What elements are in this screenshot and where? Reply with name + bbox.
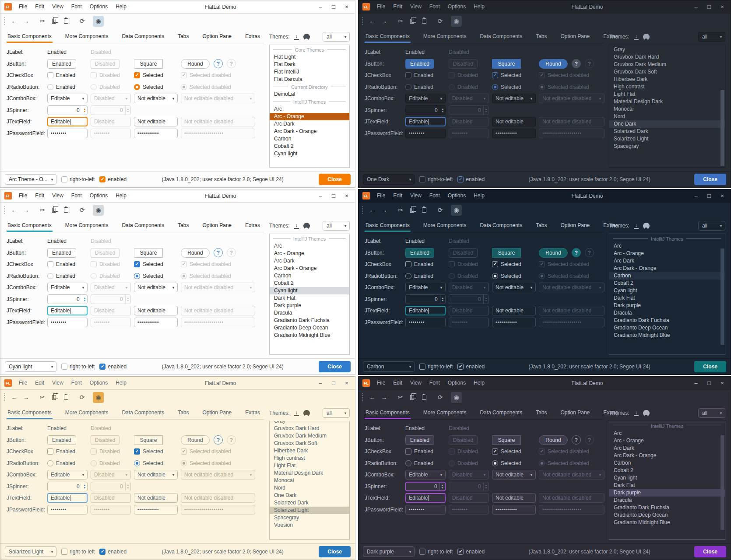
jtextfield[interactable]: Not editable disabled (181, 117, 255, 126)
jtextfield[interactable]: Not editable disabled (181, 306, 255, 315)
forward-icon[interactable]: → (379, 392, 390, 403)
enabled-checkbox[interactable]: enabled (99, 364, 127, 370)
jtextfield[interactable]: Editable (405, 493, 446, 503)
forward-icon[interactable]: → (21, 392, 32, 403)
menu-edit[interactable]: Edit (31, 189, 48, 202)
copy-icon[interactable] (49, 16, 60, 27)
jpasswordfield[interactable]: •••••••••••••••••••• (181, 129, 255, 138)
jcheckbox[interactable]: Disabled (449, 448, 489, 455)
jcheckbox[interactable]: Enabled (405, 448, 446, 455)
jcheckbox[interactable]: Selected (134, 72, 178, 78)
spinner-arrows-icon[interactable]: ▴▾ (483, 482, 489, 491)
themes-list[interactable]: GrayGruvbox Dark HardGruvbox Dark Medium… (609, 45, 725, 168)
theme-list-item[interactable]: High contrast (609, 83, 725, 91)
refresh-icon[interactable]: ⟳ (435, 205, 446, 216)
menu-font[interactable]: Font (425, 377, 444, 389)
rtl-checkbox[interactable]: right-to-left (419, 549, 453, 555)
jtextfield[interactable]: Not editable disabled (539, 117, 604, 126)
github-icon[interactable] (643, 223, 650, 229)
tab-option-pane[interactable]: Option Pane (560, 410, 591, 419)
jspinner[interactable]: 0▴▾ (91, 482, 131, 491)
jcheckbox[interactable]: Enabled (47, 261, 88, 267)
jcheckbox[interactable]: Selected disabled (181, 448, 255, 455)
theme-list-item[interactable]: Arc - Orange (270, 250, 349, 257)
themes-filter-combobox[interactable]: all ▾ (323, 32, 350, 42)
jcombobox[interactable]: Editable▾ (405, 470, 446, 480)
jtextfield[interactable]: Disabled (91, 493, 131, 503)
jcheckbox[interactable]: Disabled (91, 448, 131, 455)
help-button[interactable]: ? (585, 248, 594, 257)
jpasswordfield[interactable]: •••••••••••••••••••• (539, 129, 604, 138)
close-button[interactable]: Close (694, 174, 726, 185)
rtl-checkbox[interactable]: right-to-left (61, 549, 95, 555)
download-icon[interactable]: ↓ (634, 410, 639, 416)
theme-list-item[interactable]: Arc Dark - Orange (270, 265, 349, 272)
help-button[interactable]: ? (227, 59, 236, 68)
jbutton-disabled[interactable]: Disabled (91, 59, 119, 69)
jcheckbox[interactable]: Selected (492, 448, 536, 455)
close-button[interactable]: Close (319, 546, 351, 557)
jcombobox[interactable]: Disabled▾ (449, 94, 489, 103)
theme-list-item[interactable]: Cyan light (609, 474, 725, 482)
toolbar-grip-icon[interactable] (4, 206, 5, 214)
jtextfield[interactable]: Editable (47, 493, 88, 503)
jtextfield[interactable]: Editable (405, 306, 446, 315)
jcheckbox[interactable]: Selected (134, 261, 178, 267)
theme-list-item[interactable]: Gruvbox Dark Hard (270, 425, 349, 432)
jspinner[interactable]: 0▴▾ (405, 482, 446, 491)
paste-icon[interactable] (418, 16, 429, 27)
jspinner[interactable]: 0▴▾ (47, 482, 88, 491)
help-button[interactable]: ? (572, 248, 581, 257)
theme-list-item[interactable]: Flat IntelliJ (270, 68, 349, 76)
jtextfield[interactable]: Editable (47, 306, 88, 315)
download-icon[interactable]: ↓ (634, 223, 639, 229)
jradiobutton[interactable]: Enabled (47, 460, 88, 466)
theme-list-item[interactable]: Dark Flat (609, 294, 725, 302)
cut-icon[interactable]: ✂ (37, 392, 48, 403)
jtextfield[interactable]: Not editable disabled (181, 493, 255, 503)
jtextfield[interactable]: Editable (47, 117, 88, 126)
help-button[interactable]: ? (214, 435, 223, 444)
menu-view[interactable]: View (406, 189, 425, 202)
jpasswordfield[interactable]: •••••••••••••••••••• (539, 318, 604, 327)
cut-icon[interactable]: ✂ (37, 16, 48, 27)
theme-list-item[interactable]: Monocai (270, 477, 349, 484)
tab-tabs[interactable]: Tabs (535, 410, 548, 419)
theme-list-item[interactable]: Solarized Light (270, 507, 349, 514)
tab-basic-components[interactable]: Basic Components (7, 410, 53, 419)
refresh-icon[interactable]: ⟳ (77, 392, 88, 403)
tab-option-pane[interactable]: Option Pane (560, 33, 591, 43)
jcombobox[interactable]: Editable▾ (405, 283, 446, 292)
forward-icon[interactable]: → (21, 16, 32, 27)
theme-list-item[interactable]: Carbon (270, 135, 349, 143)
jbutton-round[interactable]: Round (539, 59, 568, 69)
menu-font[interactable]: Font (425, 189, 444, 202)
enabled-checkbox[interactable]: enabled (457, 549, 485, 555)
theme-list-item[interactable]: Material Design Dark (609, 98, 725, 105)
theme-list-item[interactable]: Arc - Orange (609, 437, 725, 444)
themes-filter-combobox[interactable]: all ▾ (323, 408, 350, 418)
theme-list-item[interactable]: Gray (270, 421, 349, 425)
tab-basic-components[interactable]: Basic Components (365, 33, 411, 43)
tab-extras[interactable]: Extras (602, 33, 619, 43)
jpasswordfield[interactable]: •••••••• (91, 318, 131, 327)
jradiobutton[interactable]: Selected disabled (539, 84, 604, 90)
jbutton-round[interactable]: Round (181, 435, 210, 445)
enabled-checkbox[interactable]: enabled (99, 549, 127, 555)
menu-help[interactable]: Help (470, 377, 489, 389)
cut-icon[interactable]: ✂ (395, 16, 406, 27)
menu-view[interactable]: View (48, 189, 67, 202)
close-button[interactable]: Close (694, 361, 726, 372)
jradiobutton[interactable]: Selected (492, 84, 536, 90)
jcheckbox[interactable]: Selected disabled (539, 448, 604, 455)
menu-font[interactable]: Font (67, 0, 86, 13)
theme-list-item[interactable]: Gradianto Midnight Blue (609, 519, 725, 526)
menu-view[interactable]: View (48, 377, 67, 389)
theme-list-item[interactable]: DemoLaf (270, 91, 349, 98)
themes-filter-combobox[interactable]: all ▾ (698, 408, 725, 418)
menu-font[interactable]: Font (67, 189, 86, 202)
jtextfield[interactable]: Not editable (492, 306, 536, 315)
spinner-arrows-icon[interactable]: ▴▾ (483, 295, 489, 304)
show-icon[interactable]: ◉ (451, 205, 462, 216)
jpasswordfield[interactable]: •••••••• (47, 129, 88, 138)
